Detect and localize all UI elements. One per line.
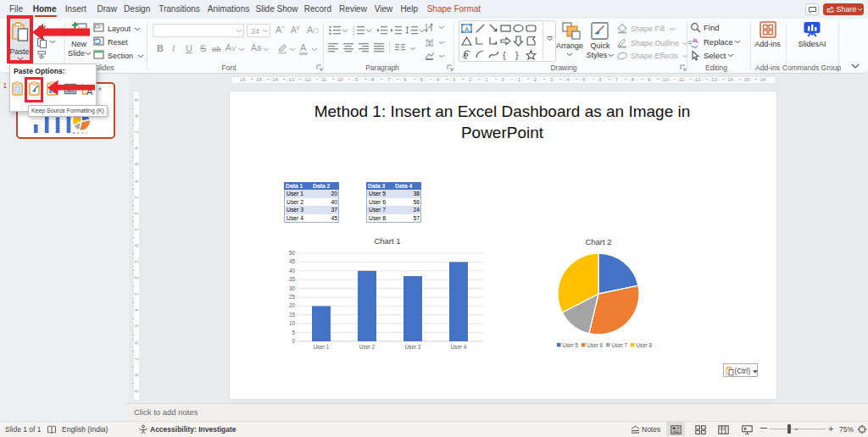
svg-text:5: 5	[292, 329, 295, 335]
svg-text:User 1: User 1	[314, 344, 330, 350]
svg-text:35: 35	[289, 276, 296, 282]
svg-text:Chart 2: Chart 2	[585, 237, 611, 246]
svg-text:25: 25	[289, 294, 296, 300]
svg-text:40: 40	[289, 268, 296, 274]
svg-text:b: b	[693, 36, 698, 44]
svg-text:User 4: User 4	[451, 344, 467, 350]
svg-text:10: 10	[289, 320, 296, 326]
svg-text:A: A	[465, 25, 469, 31]
svg-text:{: {	[503, 50, 506, 60]
svg-text:A: A	[428, 25, 431, 30]
svg-text:User 6: User 6	[587, 342, 604, 348]
svg-text:30: 30	[289, 285, 296, 291]
svg-text:}: }	[515, 50, 519, 60]
svg-text:User 8: User 8	[637, 342, 653, 348]
svg-text:15: 15	[289, 312, 296, 318]
svg-text:c: c	[688, 38, 692, 46]
svg-text:0: 0	[292, 338, 295, 344]
svg-text:45: 45	[289, 258, 296, 264]
svg-text:User 2: User 2	[359, 344, 376, 350]
svg-text:User 7: User 7	[612, 342, 628, 348]
svg-text:3: 3	[353, 32, 355, 36]
svg-text:50: 50	[289, 250, 296, 256]
svg-text:Chart 1: Chart 1	[374, 236, 400, 246]
svg-text:User 5: User 5	[563, 342, 579, 348]
svg-text:User 3: User 3	[405, 344, 421, 350]
svg-text:20: 20	[289, 302, 296, 308]
